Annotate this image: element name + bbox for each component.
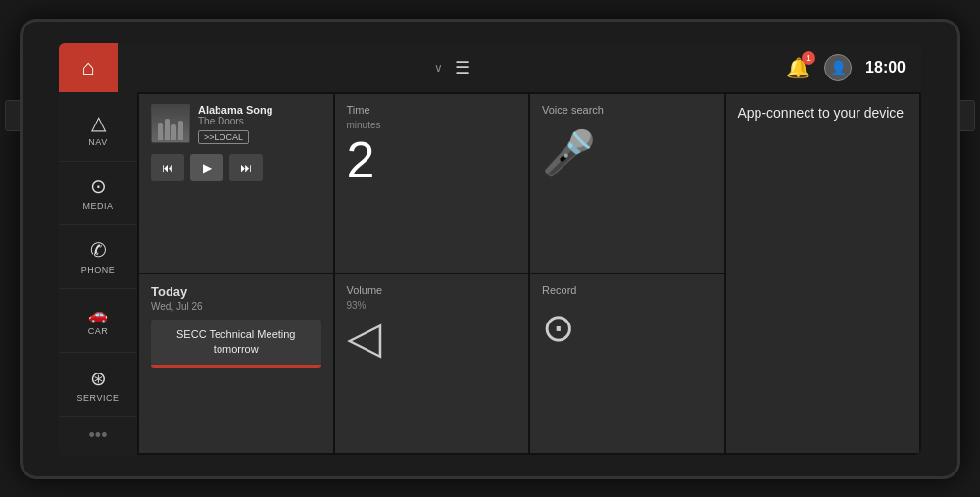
user-avatar[interactable]: 👤 xyxy=(824,54,852,81)
sidebar-item-service[interactable]: ⊛ SERVICE xyxy=(59,353,137,417)
time-sublabel: minutes xyxy=(347,120,517,130)
main-content: △ NAV ⊙ MEDIA ✆ PHONE 🚗 CAR ⊛ SERVICE xyxy=(59,92,921,455)
home-button[interactable]: ⌂ xyxy=(59,43,118,92)
sidebar-item-phone[interactable]: ✆ PHONE xyxy=(59,225,137,289)
music-controls: ⏮ ▶ ⏭ xyxy=(151,154,321,181)
service-icon: ⊛ xyxy=(90,367,107,390)
app-connect-label: App-connect to your device xyxy=(738,104,908,124)
sidebar-label-nav: NAV xyxy=(88,137,107,147)
music-tile[interactable]: Alabama Song The Doors >>LOCAL ⏮ ▶ ⏭ xyxy=(139,94,333,273)
nav-icon: △ xyxy=(91,111,106,134)
volume-icon: ◁ xyxy=(347,315,517,360)
record-icon: ⊙ xyxy=(542,308,712,347)
sidebar-label-service: SERVICE xyxy=(77,393,120,403)
top-bar-center: ∨ ☰ xyxy=(118,57,786,78)
notification-bell[interactable]: 🔔 1 xyxy=(786,56,810,79)
sidebar-label-car: CAR xyxy=(88,326,109,336)
calendar-tile[interactable]: Today Wed, Jul 26 SECC Technical Meeting… xyxy=(139,274,333,453)
voice-search-tile[interactable]: Voice search 🎤 xyxy=(530,94,724,273)
record-label: Record xyxy=(542,284,712,296)
sidebar-label-phone: PHONE xyxy=(81,265,116,274)
record-tile[interactable]: Record ⊙ xyxy=(530,274,724,453)
music-header: Alabama Song The Doors >>LOCAL xyxy=(151,104,321,144)
top-bar-right: 🔔 1 👤 18:00 xyxy=(786,54,906,81)
sidebar-item-car[interactable]: 🚗 CAR xyxy=(59,289,137,353)
sidebar: △ NAV ⊙ MEDIA ✆ PHONE 🚗 CAR ⊛ SERVICE xyxy=(59,92,137,455)
car-icon: 🚗 xyxy=(88,305,108,323)
music-info: Alabama Song The Doors >>LOCAL xyxy=(198,104,321,144)
home-icon: ⌂ xyxy=(81,55,94,80)
next-button[interactable]: ⏭ xyxy=(229,154,263,181)
time-value: 2 xyxy=(347,134,517,185)
microphone-icon: 🎤 xyxy=(542,127,712,178)
band-silhouette-image xyxy=(152,105,189,142)
voice-label: Voice search xyxy=(542,104,712,116)
device-frame: ⌂ ∨ ☰ 🔔 1 👤 18:00 △ xyxy=(20,19,960,479)
top-bar: ⌂ ∨ ☰ 🔔 1 👤 18:00 xyxy=(59,43,921,92)
play-button[interactable]: ▶ xyxy=(190,154,223,181)
volume-tile[interactable]: Volume 93% ◁ xyxy=(335,274,529,453)
notification-badge: 1 xyxy=(802,51,815,65)
sidebar-item-media[interactable]: ⊙ MEDIA xyxy=(59,162,137,225)
sidebar-item-nav[interactable]: △ NAV xyxy=(59,98,137,162)
media-icon: ⊙ xyxy=(90,174,107,198)
prev-button[interactable]: ⏮ xyxy=(151,154,184,181)
sidebar-more[interactable]: ••• xyxy=(59,417,137,454)
album-art xyxy=(151,104,190,143)
screen: ⌂ ∨ ☰ 🔔 1 👤 18:00 △ xyxy=(59,43,921,455)
calendar-event: SECC Technical Meeting tomorrow xyxy=(151,320,321,369)
calendar-date: Wed, Jul 26 xyxy=(151,301,321,312)
time-tile[interactable]: Time minutes 2 xyxy=(335,94,529,273)
phone-icon: ✆ xyxy=(90,238,107,262)
clock-display: 18:00 xyxy=(865,59,906,76)
sidebar-label-media: MEDIA xyxy=(82,201,113,211)
calendar-today-label: Today xyxy=(151,284,321,299)
volume-value: 93% xyxy=(347,300,517,311)
user-icon: 👤 xyxy=(830,60,847,75)
volume-label: Volume xyxy=(347,284,517,296)
tiles-grid: Alabama Song The Doors >>LOCAL ⏮ ▶ ⏭ Tim… xyxy=(137,92,921,455)
music-title: Alabama Song xyxy=(198,104,321,116)
menu-icon[interactable]: ☰ xyxy=(455,57,470,78)
chevron-down-icon: ∨ xyxy=(434,61,443,75)
app-connect-tile[interactable]: App-connect to your device xyxy=(726,94,920,453)
music-artist: The Doors xyxy=(198,116,321,126)
more-dots-icon: ••• xyxy=(89,425,108,446)
time-label: Time xyxy=(347,104,517,116)
local-badge: >>LOCAL xyxy=(198,130,249,144)
